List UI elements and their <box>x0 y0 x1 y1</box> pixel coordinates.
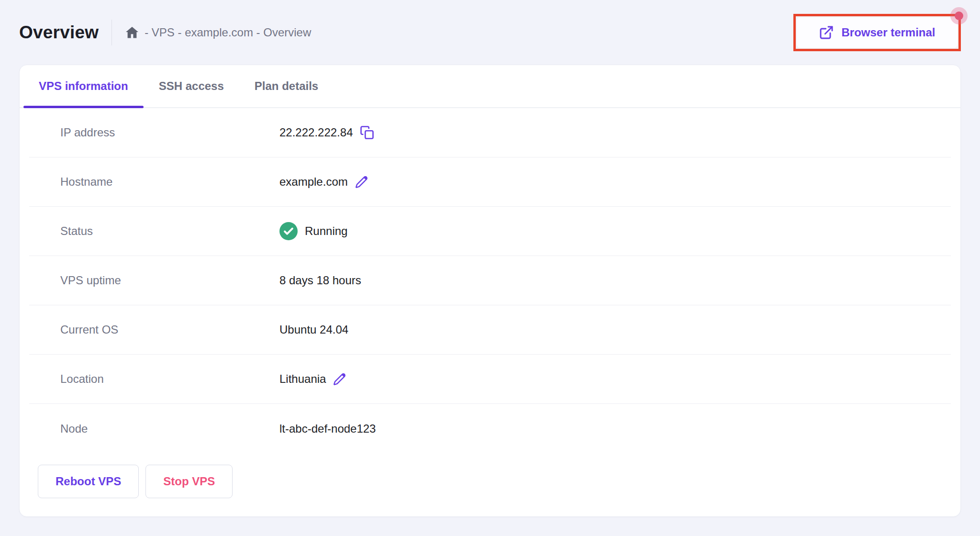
tab-ssh-access[interactable]: SSH access <box>144 65 239 107</box>
stop-vps-button[interactable]: Stop VPS <box>145 465 233 498</box>
row-label: Node <box>60 422 279 436</box>
breadcrumb-path: - VPS - example.com - Overview <box>145 26 311 39</box>
row-value: 22.222.222.84 <box>279 125 374 140</box>
row-label: Hostname <box>60 175 279 189</box>
header-divider <box>111 20 112 45</box>
row-label: IP address <box>60 126 279 139</box>
page-header: Overview - VPS - example.com - Overview <box>19 0 961 65</box>
row-value: 8 days 18 hours <box>279 274 361 287</box>
node-value: lt-abc-def-node123 <box>279 422 376 436</box>
home-icon[interactable] <box>125 25 139 40</box>
table-row-hostname: Hostname example.com <box>29 157 951 207</box>
tab-vps-information[interactable]: VPS information <box>23 65 144 107</box>
table-row-status: Status Running <box>29 207 951 256</box>
copy-icon[interactable] <box>360 125 374 140</box>
browser-terminal-button[interactable]: Browser terminal <box>796 17 958 48</box>
status-value: Running <box>305 224 347 238</box>
table-row-ip-address: IP address 22.222.222.84 <box>29 108 951 157</box>
page-title: Overview <box>19 22 99 43</box>
uptime-value: 8 days 18 hours <box>279 274 361 287</box>
row-label: Status <box>60 224 279 238</box>
status-badge: Running <box>279 222 347 240</box>
vps-info-card: VPS information SSH access Plan details … <box>19 65 961 517</box>
table-row-uptime: VPS uptime 8 days 18 hours <box>29 256 951 305</box>
row-value: example.com <box>279 175 368 189</box>
browser-terminal-label: Browser terminal <box>841 26 935 39</box>
ip-address-value: 22.222.222.84 <box>279 126 353 139</box>
annotation-highlight-box: Browser terminal <box>793 14 961 51</box>
vps-info-table: IP address 22.222.222.84 Hostname exampl… <box>20 108 960 453</box>
vps-action-buttons: Reboot VPS Stop VPS <box>20 453 960 498</box>
breadcrumb: - VPS - example.com - Overview <box>125 25 311 40</box>
edit-pencil-icon[interactable] <box>355 176 368 189</box>
location-value: Lithuania <box>279 372 326 386</box>
edit-pencil-icon[interactable] <box>333 373 346 386</box>
tab-bar: VPS information SSH access Plan details <box>20 65 960 108</box>
reboot-vps-button[interactable]: Reboot VPS <box>38 465 139 498</box>
table-row-location: Location Lithuania <box>29 355 951 404</box>
row-value: lt-abc-def-node123 <box>279 422 376 436</box>
row-label: Current OS <box>60 323 279 336</box>
tab-plan-details[interactable]: Plan details <box>239 65 334 107</box>
row-value: Lithuania <box>279 372 346 386</box>
table-row-current-os: Current OS Ubuntu 24.04 <box>29 305 951 355</box>
row-value: Ubuntu 24.04 <box>279 323 348 336</box>
hostname-value: example.com <box>279 175 348 189</box>
current-os-value: Ubuntu 24.04 <box>279 323 348 336</box>
row-label: Location <box>60 372 279 386</box>
table-row-node: Node lt-abc-def-node123 <box>29 404 951 453</box>
row-label: VPS uptime <box>60 274 279 287</box>
external-link-icon <box>819 25 834 40</box>
check-circle-icon <box>279 222 298 240</box>
